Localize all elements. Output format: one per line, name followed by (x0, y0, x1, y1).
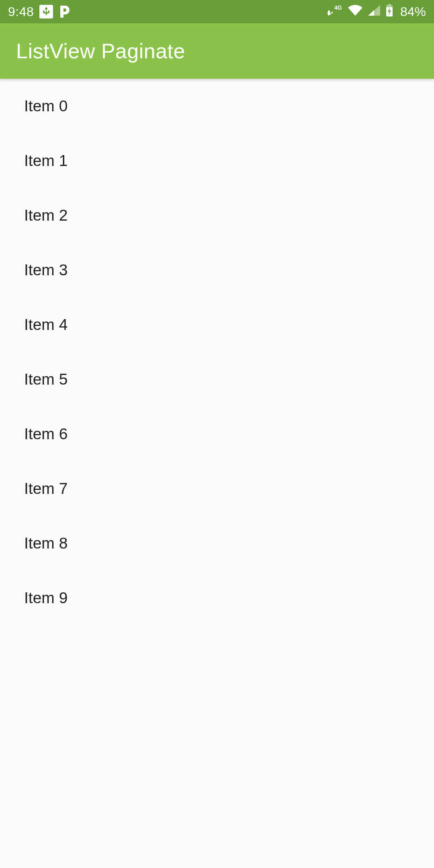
list-item-label: Item 0 (24, 97, 68, 115)
status-left: 9:48 (8, 4, 71, 19)
app-bar: ListView Paginate (0, 23, 434, 79)
list-item-label: Item 7 (24, 480, 68, 497)
list-item[interactable]: Item 0 (0, 79, 434, 133)
list-item[interactable]: Item 6 (0, 407, 434, 461)
list-item-label: Item 2 (24, 207, 68, 224)
wifi-icon (347, 4, 363, 19)
status-bar: 9:48 4G (0, 0, 434, 23)
battery-charging-icon (385, 4, 394, 20)
list-item-label: Item 1 (24, 152, 68, 170)
list-item-label: Item 4 (24, 316, 68, 334)
status-right: 4G 84% (326, 4, 426, 20)
cell-signal-icon (367, 4, 381, 19)
list-item[interactable]: Item 3 (0, 243, 434, 297)
android-p-icon (59, 5, 71, 18)
list-item-label: Item 5 (24, 371, 68, 388)
svg-text:4G: 4G (334, 4, 342, 11)
list-item[interactable]: Item 5 (0, 352, 434, 407)
battery-percentage: 84% (400, 4, 426, 19)
list-item-label: Item 3 (24, 261, 68, 279)
list-view[interactable]: Item 0 Item 1 Item 2 Item 3 Item 4 Item … (0, 79, 434, 868)
svg-rect-3 (388, 4, 391, 6)
call-4g-icon: 4G (326, 4, 343, 19)
list-item[interactable]: Item 2 (0, 188, 434, 243)
list-item[interactable]: Item 4 (0, 297, 434, 352)
list-item-label: Item 6 (24, 425, 68, 443)
list-item[interactable]: Item 7 (0, 461, 434, 516)
app-title: ListView Paginate (16, 39, 185, 63)
list-item-label: Item 8 (24, 534, 68, 552)
list-item[interactable]: Item 9 (0, 571, 434, 625)
list-item-label: Item 9 (24, 589, 68, 607)
usb-icon (39, 5, 53, 18)
list-item[interactable]: Item 1 (0, 133, 434, 188)
status-clock: 9:48 (8, 4, 34, 19)
list-item[interactable]: Item 8 (0, 516, 434, 571)
